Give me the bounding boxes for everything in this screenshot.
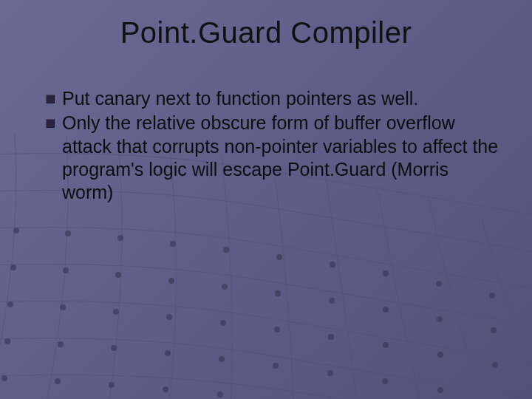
svg-point-34 (219, 356, 225, 362)
svg-point-7 (383, 270, 389, 276)
bullet-text: Only the relative obscure form of buffer… (62, 112, 502, 204)
svg-point-20 (7, 301, 13, 307)
svg-point-25 (274, 327, 280, 332)
svg-point-24 (220, 320, 226, 326)
svg-point-6 (330, 262, 335, 267)
bullet-text: Put canary next to function pointers as … (62, 87, 418, 110)
svg-point-26 (328, 334, 334, 340)
svg-point-38 (437, 387, 443, 393)
svg-point-2 (117, 235, 123, 241)
slide-title: Point.Guard Compiler (0, 16, 532, 50)
svg-point-35 (273, 363, 279, 369)
svg-point-43 (217, 392, 223, 398)
svg-point-15 (275, 290, 281, 296)
svg-point-39 (1, 375, 7, 381)
bullet-icon (46, 95, 55, 103)
slide: Point.Guard Compiler Put canary next to … (0, 0, 532, 399)
svg-point-3 (170, 241, 176, 247)
svg-point-42 (163, 386, 168, 392)
svg-point-23 (166, 314, 172, 320)
svg-point-18 (437, 316, 443, 322)
svg-point-40 (55, 378, 61, 384)
svg-point-19 (491, 327, 497, 333)
svg-point-4 (223, 247, 229, 253)
svg-point-28 (437, 352, 443, 358)
svg-point-11 (63, 267, 69, 273)
svg-point-0 (13, 228, 19, 233)
svg-point-14 (222, 284, 228, 290)
svg-point-10 (10, 265, 16, 270)
bullet-item: Put canary next to function pointers as … (46, 87, 502, 110)
svg-point-30 (4, 338, 10, 344)
bullet-icon (46, 119, 55, 128)
svg-point-12 (115, 272, 121, 278)
svg-point-36 (327, 370, 333, 376)
svg-point-41 (109, 382, 115, 388)
bullet-item: Only the relative obscure form of buffer… (46, 112, 502, 204)
svg-point-27 (383, 342, 389, 348)
svg-point-32 (111, 345, 117, 351)
svg-point-17 (383, 307, 389, 313)
slide-body: Put canary next to function pointers as … (46, 87, 502, 205)
svg-point-33 (165, 350, 171, 356)
svg-point-9 (489, 293, 495, 299)
svg-point-37 (382, 378, 388, 384)
svg-point-1 (65, 231, 71, 236)
svg-point-16 (329, 298, 335, 304)
svg-point-29 (492, 362, 498, 368)
svg-point-5 (276, 254, 282, 260)
svg-point-31 (58, 341, 64, 347)
svg-point-21 (60, 304, 66, 310)
svg-point-13 (168, 278, 174, 284)
svg-point-8 (436, 281, 442, 287)
svg-point-22 (113, 309, 119, 315)
